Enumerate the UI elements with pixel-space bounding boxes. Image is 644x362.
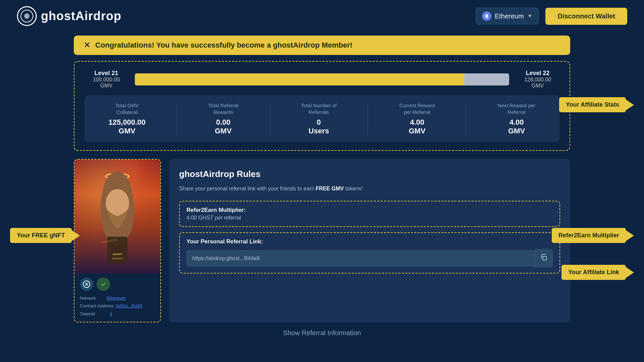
ghost-badge-icon <box>80 278 93 291</box>
stat-next-reward-label: Next Reward perReferral <box>498 102 536 115</box>
svg-point-12 <box>85 283 88 286</box>
referral-link-box: Your Personal Referral Link: https://air… <box>179 232 560 274</box>
nft-meta: Network Ethereum Contract Address: 0x91b… <box>74 274 160 322</box>
referral-link-input-row: https://airdrop.ghost...B44e9 <box>186 249 553 267</box>
congrats-message: Congratulations! You have successfully b… <box>95 41 353 50</box>
level-current-info: Level 21 100,000.00 GMV <box>85 70 128 89</box>
free-gnft-arrow <box>72 230 80 241</box>
rules-description: Share your personal referral link with y… <box>179 185 560 193</box>
affiliate-link-arrow <box>626 267 634 278</box>
nft-details: Network Ethereum Contract Address: 0x91b… <box>80 294 155 318</box>
contract-address-link[interactable]: 0x91b...f0a59 <box>116 303 142 308</box>
stat-total-gmv-label: Total GMVCollateral <box>109 102 146 115</box>
rules-title: ghostAirdrop Rules <box>179 169 560 179</box>
bottom-section: GHOST AIRDROP SWHACKO Network E <box>74 159 570 322</box>
svg-text:AIRDROP: AIRDROP <box>112 257 123 260</box>
free-gnft-annotation: Your FREE gNFT <box>10 228 80 243</box>
referral-link-label: Your Personal Referral Link: <box>186 238 553 245</box>
affiliate-stats-annotation: Your Affiliate Stats <box>559 97 634 112</box>
level-next-gmv: 128,000.00 GMV <box>516 77 559 89</box>
stat-referral-rewards-label: Total ReferralRewards <box>208 102 238 115</box>
svg-point-2 <box>24 13 30 19</box>
affiliate-stats-arrow <box>626 100 634 110</box>
stat-current-reward-value: 4.00GMV <box>399 118 435 135</box>
network-label: Ethereum <box>495 12 524 20</box>
network-link[interactable]: Ethereum <box>107 296 125 301</box>
level-next-info: Level 22 128,000.00 GMV <box>516 70 559 89</box>
stat-referral-rewards-value: 0.00GMV <box>208 118 238 135</box>
token-id-link[interactable]: 9 <box>110 311 112 316</box>
network-selector[interactable]: Ethereum ▼ <box>476 8 539 24</box>
r2e-multiplier-annotation: Refer2Earn Multiplier <box>552 228 634 243</box>
progress-bar-remaining <box>464 73 509 85</box>
verified-badge-icon <box>97 278 110 291</box>
affiliate-stats-annotation-label: Your Affiliate Stats <box>559 97 626 112</box>
affiliate-link-annotation-label: Your Affiliate Link <box>561 265 626 280</box>
stat-next-reward-value: 4.00GMV <box>498 118 536 135</box>
level-progress-bar <box>135 73 509 85</box>
progress-bar-fill <box>135 73 464 85</box>
copy-referral-link-button[interactable] <box>535 249 553 267</box>
logo-area: ghostAirdrop <box>17 6 121 26</box>
stat-num-referrals: Total Number ofReferrals 0Users <box>301 102 336 135</box>
stat-divider-1 <box>177 102 177 135</box>
header-right: Ethereum ▼ Disconnect Wallet <box>476 8 627 25</box>
stat-current-reward: Current Rewardper Referral 4.00GMV <box>399 102 435 135</box>
multiplier-label: Refer2Earn Multiplier: <box>186 207 553 214</box>
affiliate-link-annotation: Your Affiliate Link <box>561 265 634 280</box>
logo-text: ghostAirdrop <box>41 9 121 23</box>
svg-rect-14 <box>543 256 546 260</box>
header: ghostAirdrop Ethereum ▼ Disconnect Walle… <box>0 0 644 32</box>
stat-divider-4 <box>466 102 467 135</box>
stat-current-reward-label: Current Rewardper Referral <box>399 102 435 115</box>
stat-divider-2 <box>269 102 270 135</box>
stat-total-gmv: Total GMVCollateral 125,000.00GMV <box>109 102 146 135</box>
stat-next-reward: Next Reward perReferral 4.00GMV <box>498 102 536 135</box>
level-progress-row: Level 21 100,000.00 GMV Level 22 128,000… <box>85 70 559 89</box>
svg-point-13 <box>100 281 106 287</box>
copy-icon <box>540 254 547 261</box>
nft-badges <box>80 278 155 291</box>
chevron-down-icon: ▼ <box>527 13 533 19</box>
stat-num-referrals-value: 0Users <box>301 118 336 135</box>
disconnect-wallet-button[interactable]: Disconnect Wallet <box>545 8 627 25</box>
multiplier-box: Refer2Earn Multiplier: 4.00 GHST per ref… <box>179 201 560 227</box>
free-gnft-annotation-label: Your FREE gNFT <box>10 228 72 243</box>
level-next-label: Level 22 <box>516 70 559 77</box>
stat-referral-rewards: Total ReferralRewards 0.00GMV <box>208 102 238 135</box>
stats-row: Total GMVCollateral 125,000.00GMV Total … <box>85 96 559 142</box>
multiplier-value: 4.00 GHST per referral <box>186 215 553 221</box>
level-current-label: Level 21 <box>85 70 128 77</box>
stat-num-referrals-label: Total Number ofReferrals <box>301 102 336 115</box>
svg-marker-3 <box>485 14 489 17</box>
r2e-multiplier-annotation-label: Refer2Earn Multiplier <box>552 228 626 243</box>
referral-link-display: https://airdrop.ghost...B44e9 <box>186 250 535 266</box>
eth-icon <box>482 11 491 21</box>
congrats-banner: ✕ Congratulations! You have successfully… <box>74 36 570 55</box>
nft-image: GHOST AIRDROP SWHACKO <box>74 160 160 274</box>
nft-character-svg: GHOST AIRDROP SWHACKO <box>89 166 146 274</box>
stat-total-gmv-value: 125,000.00GMV <box>109 118 146 135</box>
show-referral-button[interactable]: Show Referral Information <box>74 329 570 337</box>
stat-divider-3 <box>368 102 368 135</box>
r2e-multiplier-arrow <box>626 230 634 241</box>
close-congrats-button[interactable]: ✕ <box>84 41 90 50</box>
nft-card: GHOST AIRDROP SWHACKO Network E <box>74 159 161 322</box>
rules-card: ghostAirdrop Rules Share your personal r… <box>169 159 570 322</box>
level-current-gmv: 100,000.00 GMV <box>85 77 128 89</box>
ghost-logo-icon <box>17 6 37 26</box>
svg-text:GHOST: GHOST <box>113 253 122 256</box>
main-content: ✕ Congratulations! You have successfully… <box>0 32 644 340</box>
stats-card: Level 21 100,000.00 GMV Level 22 128,000… <box>74 61 570 151</box>
